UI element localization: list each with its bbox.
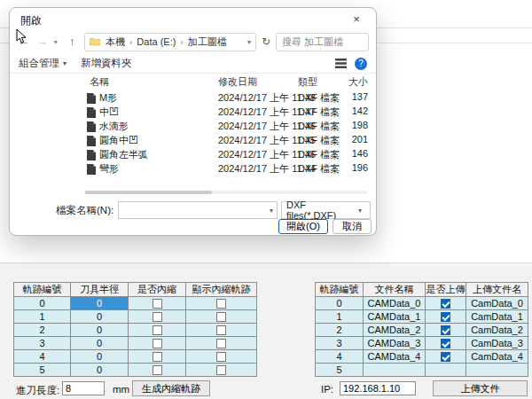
open-button[interactable]: 開啟(O): [278, 219, 328, 234]
cell-upload[interactable]: [426, 364, 466, 377]
recent-locations-icon[interactable]: ▾: [54, 38, 60, 46]
close-icon[interactable]: ×: [344, 11, 369, 28]
cell-upload-name[interactable]: CamData_1: [466, 310, 528, 324]
help-icon[interactable]: ?: [355, 58, 367, 70]
cell-upload[interactable]: [426, 337, 466, 350]
filetype-dropdown-icon[interactable]: ▾: [355, 207, 365, 215]
cell-tool-radius[interactable]: 0: [71, 337, 129, 350]
cell-tool-radius[interactable]: 0: [71, 324, 129, 337]
file-row[interactable]: M形2024/12/17 上午 11:48DXF 檔案137: [10, 91, 376, 106]
cell-inset[interactable]: [129, 350, 186, 364]
column-header-name[interactable]: 名稱: [90, 75, 109, 89]
cell-tool-radius[interactable]: 0: [71, 297, 129, 310]
cell-track-id[interactable]: 0: [14, 297, 71, 310]
cell-file-name[interactable]: [364, 364, 426, 377]
upload-files-button[interactable]: 上傳文件: [433, 380, 528, 396]
inset-checkbox[interactable]: [153, 325, 162, 335]
upload-checkbox[interactable]: [441, 325, 450, 335]
cell-show-inset[interactable]: [186, 310, 257, 324]
cell-inset[interactable]: [129, 364, 186, 377]
cell-show-inset[interactable]: [186, 297, 257, 310]
column-header[interactable]: 顯示內縮軌跡: [186, 283, 257, 297]
cell-upload-name[interactable]: CamData_3: [466, 337, 528, 350]
upload-checkbox[interactable]: [441, 312, 450, 322]
up-icon[interactable]: ↑: [66, 35, 79, 49]
cell-inset[interactable]: [129, 297, 186, 310]
filename-dropdown-icon[interactable]: ▾: [266, 207, 277, 215]
column-header-type[interactable]: 類型: [298, 75, 317, 89]
cell-show-inset[interactable]: [186, 350, 257, 364]
cell-upload[interactable]: [426, 310, 466, 324]
cell-track-id[interactable]: 1: [316, 310, 364, 324]
cell-track-id[interactable]: 4: [316, 350, 364, 364]
cell-inset[interactable]: [129, 324, 186, 337]
organize-button[interactable]: 組合管理 ▾: [19, 57, 66, 70]
cell-file-name[interactable]: CAMData_2: [364, 324, 426, 337]
cancel-button[interactable]: 取消: [332, 219, 372, 234]
horizontal-scrollbar[interactable]: [85, 191, 367, 194]
cell-tool-radius[interactable]: 0: [71, 350, 129, 364]
column-header[interactable]: 軌跡編號: [316, 283, 364, 297]
cell-file-name[interactable]: CAMData_3: [364, 337, 426, 350]
forward-icon[interactable]: →: [35, 35, 49, 49]
cell-inset[interactable]: [129, 310, 186, 324]
inset-checkbox[interactable]: [153, 352, 162, 362]
column-header[interactable]: 軌跡編號: [14, 283, 71, 297]
feed-length-input[interactable]: [62, 381, 105, 395]
new-folder-button[interactable]: 新增資料夾: [81, 57, 132, 70]
show-inset-track-checkbox[interactable]: [216, 312, 226, 322]
cell-show-inset[interactable]: [186, 364, 257, 377]
cell-upload-name[interactable]: [466, 364, 528, 377]
address-dropdown-icon[interactable]: ▾: [247, 38, 251, 46]
upload-checkbox[interactable]: [441, 352, 450, 362]
upload-checkbox[interactable]: [441, 339, 450, 348]
breadcrumb-item[interactable]: Data (E:): [135, 36, 177, 47]
search-input[interactable]: 搜尋 加工圖檔: [276, 33, 369, 51]
column-header[interactable]: 是否上傳: [426, 283, 466, 297]
refresh-icon[interactable]: ↻: [262, 35, 270, 48]
cell-upload-name[interactable]: CamData_4: [466, 350, 528, 364]
cell-track-id[interactable]: 0: [316, 297, 364, 310]
column-header[interactable]: 是否內縮: [129, 283, 186, 297]
show-inset-track-checkbox[interactable]: [216, 339, 226, 348]
show-inset-track-checkbox[interactable]: [216, 325, 226, 335]
cell-track-id[interactable]: 3: [14, 337, 71, 350]
cell-track-id[interactable]: 5: [14, 364, 71, 377]
filename-combobox[interactable]: ▾: [118, 201, 278, 219]
cell-show-inset[interactable]: [186, 337, 257, 350]
ip-input[interactable]: [340, 381, 416, 395]
inset-checkbox[interactable]: [153, 299, 162, 309]
filename-input[interactable]: [119, 203, 266, 217]
show-inset-track-checkbox[interactable]: [216, 299, 226, 309]
cell-show-inset[interactable]: [186, 324, 257, 337]
cell-inset[interactable]: [129, 337, 186, 350]
inset-checkbox[interactable]: [153, 339, 162, 348]
file-row[interactable]: 水滴形2024/12/17 上午 11:46DXF 檔案198: [10, 120, 376, 134]
column-header-modified[interactable]: 修改日期: [218, 75, 257, 89]
inset-checkbox[interactable]: [153, 312, 162, 322]
file-row[interactable]: 圓角左半弧2024/12/17 上午 11:46DXF 檔案146: [10, 148, 376, 162]
cell-track-id[interactable]: 1: [14, 310, 71, 324]
column-header[interactable]: 刀具半徑: [71, 283, 129, 297]
cell-track-id[interactable]: 2: [14, 324, 71, 337]
column-header-size[interactable]: 大小: [327, 75, 368, 89]
cell-upload-name[interactable]: CamData_0: [466, 297, 528, 310]
file-row[interactable]: 中凹2024/12/17 上午 11:47DXF 檔案142: [10, 106, 376, 120]
file-row[interactable]: 圓角中凹2024/12/17 上午 11:45DXF 檔案201: [10, 134, 376, 148]
breadcrumb-item[interactable]: 加工圖檔: [186, 35, 229, 49]
file-row[interactable]: 彎形2024/12/17 上午 11:44DXF 檔案196: [10, 162, 376, 176]
generate-inset-track-button[interactable]: 生成內縮軌跡: [132, 380, 210, 396]
show-inset-track-checkbox[interactable]: [216, 365, 226, 375]
cell-file-name[interactable]: CAMData_4: [364, 350, 426, 364]
cell-file-name[interactable]: CAMData_0: [364, 297, 426, 310]
cell-tool-radius[interactable]: 0: [71, 364, 129, 377]
cell-track-id[interactable]: 2: [316, 324, 364, 337]
upload-checkbox[interactable]: [441, 299, 450, 309]
cell-track-id[interactable]: 5: [316, 364, 364, 377]
column-header[interactable]: 上傳文件名: [466, 283, 528, 297]
show-inset-track-checkbox[interactable]: [216, 352, 226, 362]
cell-tool-radius[interactable]: 0: [71, 310, 129, 324]
cell-upload[interactable]: [426, 350, 466, 364]
view-mode-icon[interactable]: [335, 59, 347, 68]
cell-upload[interactable]: [426, 297, 466, 310]
